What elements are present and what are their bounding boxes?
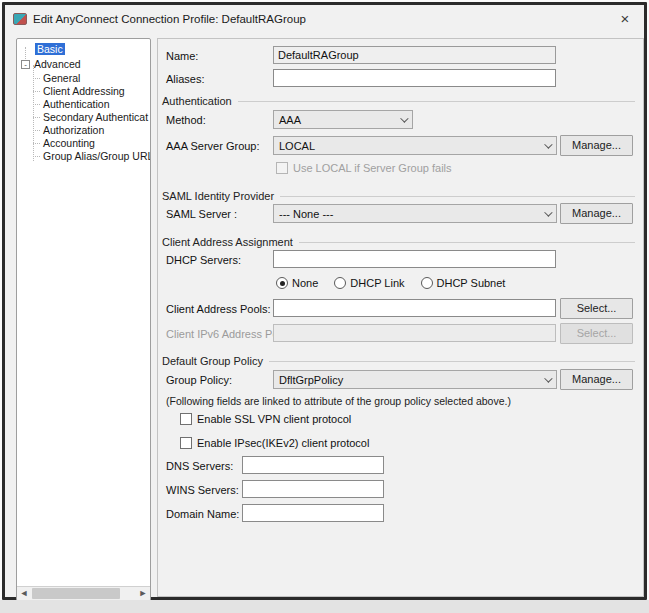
- tree-connector: [33, 65, 34, 161]
- collapse-icon[interactable]: -: [21, 60, 30, 69]
- app-icon: [13, 13, 27, 25]
- name-field[interactable]: [273, 46, 556, 64]
- edit-anyconnect-profile-dialog: Edit AnyConnect Connection Profile: Defa…: [2, 2, 647, 600]
- tree-item-client-addressing[interactable]: Client Addressing: [43, 85, 125, 98]
- manage-saml-server-button[interactable]: Manage...: [560, 203, 633, 224]
- profile-section-tree: Basic -Advanced General Client Addressin…: [16, 38, 151, 601]
- manage-group-policy-button[interactable]: Manage...: [560, 369, 633, 390]
- tree-item-general[interactable]: General: [43, 72, 80, 85]
- dhcp-servers-label: DHCP Servers:: [166, 254, 241, 266]
- tree-item-secondary-authentication[interactable]: Secondary Authenticat: [43, 111, 148, 124]
- authentication-group-header: Authentication: [162, 95, 635, 107]
- scroll-right-icon[interactable]: ►: [136, 587, 150, 600]
- basic-settings-panel: Name: Aliases: Authentication Method: AA…: [157, 38, 644, 597]
- aliases-label: Aliases:: [166, 73, 205, 85]
- method-label: Method:: [166, 114, 206, 126]
- scroll-left-icon[interactable]: ◄: [17, 587, 31, 600]
- client-address-pools-field[interactable]: [273, 299, 556, 317]
- saml-server-dropdown[interactable]: --- None ---: [273, 204, 557, 223]
- radio-none[interactable]: None: [276, 277, 318, 289]
- dns-servers-field[interactable]: [242, 456, 384, 474]
- chevron-down-icon: [544, 208, 552, 216]
- tree-item-authorization[interactable]: Authorization: [43, 124, 104, 137]
- checkbox-icon: [180, 413, 192, 425]
- tree-item-group-alias-url[interactable]: Group Alias/Group URL: [43, 150, 151, 163]
- group-policy-note: (Following fields are linked to attribut…: [166, 395, 511, 407]
- group-policy-dropdown[interactable]: DfltGrpPolicy: [273, 370, 557, 389]
- group-policy-label: Group Policy:: [166, 374, 232, 386]
- aaa-server-group-label: AAA Server Group:: [166, 140, 260, 152]
- manage-aaa-server-button[interactable]: Manage...: [560, 135, 633, 156]
- domain-name-field[interactable]: [242, 504, 384, 522]
- dialog-title: Edit AnyConnect Connection Profile: Defa…: [33, 13, 306, 25]
- aaa-server-group-dropdown[interactable]: LOCAL: [273, 136, 557, 155]
- name-label: Name:: [166, 50, 198, 62]
- tree-item-basic[interactable]: Basic: [35, 43, 65, 56]
- chevron-down-icon: [544, 374, 552, 382]
- title-bar: Edit AnyConnect Connection Profile: Defa…: [5, 5, 644, 33]
- enable-ssl-vpn-checkbox[interactable]: Enable SSL VPN client protocol: [180, 413, 351, 425]
- method-dropdown[interactable]: AAA: [273, 110, 413, 129]
- select-ipv6-pools-button: Select...: [560, 323, 633, 344]
- saml-server-label: SAML Server :: [166, 208, 237, 220]
- select-client-pools-button[interactable]: Select...: [560, 298, 633, 319]
- tree-item-authentication[interactable]: Authentication: [43, 98, 110, 111]
- dns-servers-label: DNS Servers:: [166, 460, 233, 472]
- radio-icon: [334, 277, 346, 289]
- tree-horizontal-scrollbar[interactable]: ◄ ►: [17, 586, 150, 600]
- checkbox-icon: [180, 437, 192, 449]
- saml-group-header: SAML Identity Provider: [162, 190, 635, 202]
- chevron-down-icon: [400, 114, 408, 122]
- domain-name-label: Domain Name:: [166, 508, 239, 520]
- page-background-strip: [0, 600, 649, 613]
- wins-servers-label: WINS Servers:: [166, 484, 239, 496]
- radio-dhcp-subnet[interactable]: DHCP Subnet: [421, 277, 506, 289]
- client-address-pools-label: Client Address Pools:: [166, 303, 271, 315]
- dhcp-mode-radio-group: None DHCP Link DHCP Subnet: [276, 277, 505, 289]
- scrollbar-thumb[interactable]: [32, 588, 120, 599]
- aliases-field[interactable]: [273, 69, 556, 87]
- group-policy-group-header: Default Group Policy: [162, 355, 635, 367]
- dhcp-servers-field[interactable]: [273, 250, 556, 268]
- radio-icon: [276, 277, 288, 289]
- close-icon[interactable]: ×: [614, 8, 636, 30]
- tree-item-accounting[interactable]: Accounting: [43, 137, 95, 150]
- client-address-group-header: Client Address Assignment: [162, 236, 635, 248]
- radio-dhcp-link[interactable]: DHCP Link: [334, 277, 404, 289]
- enable-ipsec-checkbox[interactable]: Enable IPsec(IKEv2) client protocol: [180, 437, 369, 449]
- client-ipv6-pools-field: [273, 324, 556, 342]
- radio-icon: [421, 277, 433, 289]
- wins-servers-field[interactable]: [242, 480, 384, 498]
- checkbox-icon: [276, 162, 288, 174]
- chevron-down-icon: [544, 140, 552, 148]
- tree-item-advanced[interactable]: -Advanced: [21, 58, 81, 71]
- use-local-checkbox: Use LOCAL if Server Group fails: [276, 162, 452, 174]
